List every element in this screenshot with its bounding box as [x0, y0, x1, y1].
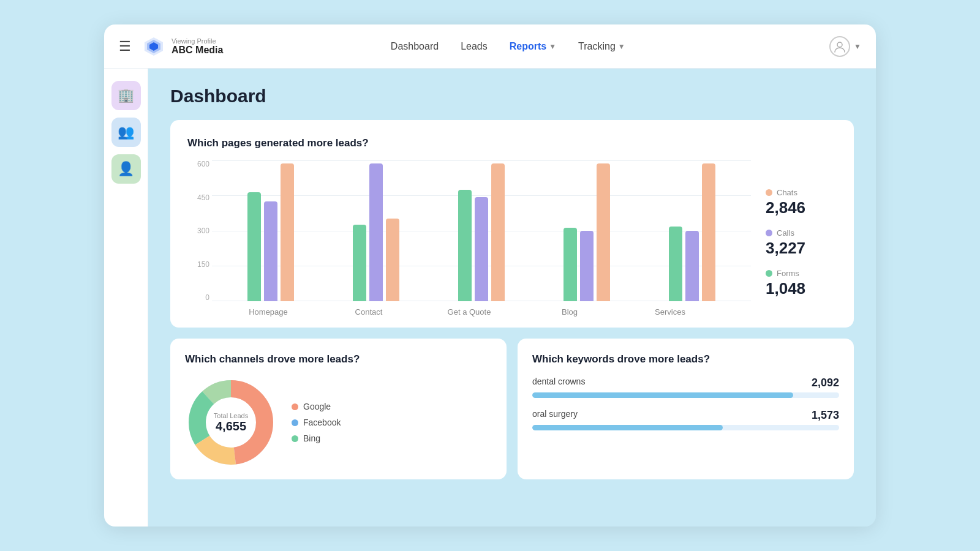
bar-quote-peach	[491, 163, 505, 301]
nav-dashboard[interactable]: Dashboard	[391, 41, 439, 52]
sidebar-item-group[interactable]: 👥	[111, 118, 141, 147]
main-layout: 🏢 👥 👤 Dashboard Which pages generated mo…	[104, 69, 876, 527]
donut-section: Total Leads 4,655 Google Faceboo	[185, 377, 492, 468]
bar-quote-purple	[475, 197, 488, 301]
donut-legend: Google Facebook Bing	[292, 402, 341, 443]
donut-legend-facebook: Facebook	[292, 418, 341, 427]
donut-center: Total Leads 4,655	[214, 412, 248, 433]
y-label-450: 450	[197, 194, 209, 201]
bar-blog-green	[564, 228, 577, 301]
chart-main: 600 450 300 150 0	[187, 160, 751, 317]
donut-total-value: 4,655	[214, 419, 248, 433]
bar-chart-title: Which pages generated more leads?	[187, 137, 837, 149]
user-menu[interactable]: ▼	[829, 36, 861, 57]
label-google: Google	[303, 402, 331, 411]
user-icon: 👤	[118, 161, 134, 177]
dot-facebook	[292, 419, 298, 426]
legend-label-forms: Forms	[777, 269, 799, 278]
legend-chats: Chats 2,846	[766, 188, 837, 217]
x-label-blog: Blog	[519, 307, 620, 317]
bottom-row: Which channels drove more leads?	[170, 339, 854, 479]
nav-leads[interactable]: Leads	[461, 41, 488, 52]
x-labels: Homepage Contact Get a Quote Blog Servic…	[187, 307, 751, 317]
chart-legend: Chats 2,846 Calls 3,227	[751, 188, 837, 317]
keyword-bar-bg-oral	[532, 425, 839, 430]
navbar: ☰ Viewing Profile ABC Media Dashboard Le…	[104, 24, 876, 69]
bar-group-services	[639, 163, 745, 301]
keyword-row-oral: oral surgery 1,573	[532, 409, 839, 430]
chart-area: 600 450 300 150 0	[187, 160, 837, 317]
group-icon: 👥	[118, 124, 134, 140]
bar-services-peach	[702, 163, 715, 301]
x-label-homepage: Homepage	[218, 307, 318, 317]
bar-blog-peach	[597, 163, 610, 301]
chart-grid: 600 450 300 150 0	[187, 160, 751, 301]
svg-point-3	[837, 42, 842, 47]
y-labels: 600 450 300 150 0	[187, 160, 209, 301]
keyword-count-oral: 1,573	[812, 409, 839, 422]
donut-legend-google: Google	[292, 402, 341, 411]
app-window: ☰ Viewing Profile ABC Media Dashboard Le…	[104, 24, 876, 527]
keywords-card: Which keywords drove more leads? dental …	[518, 339, 854, 479]
viewing-label: Viewing Profile	[172, 37, 223, 45]
brand-logo-icon	[142, 35, 165, 58]
legend-value-forms: 1,048	[766, 279, 837, 298]
keyword-row-dental: dental crowns 2,092	[532, 377, 839, 398]
sidebar-item-user[interactable]: 👤	[111, 154, 141, 184]
reports-chevron-icon: ▼	[549, 42, 556, 51]
nav-reports[interactable]: Reports ▼	[510, 41, 556, 52]
sidebar-item-building[interactable]: 🏢	[111, 81, 141, 110]
channels-title: Which channels drove more leads?	[185, 353, 492, 365]
dot-bing	[292, 435, 298, 442]
x-label-services: Services	[620, 307, 720, 317]
content-area: Dashboard Which pages generated more lea…	[148, 69, 876, 527]
page-title: Dashboard	[170, 86, 854, 107]
bar-services-green	[669, 227, 682, 301]
main-nav: Dashboard Leads Reports ▼ Tracking ▼	[391, 41, 662, 52]
bar-homepage-purple	[264, 201, 277, 301]
bar-blog-purple	[580, 231, 594, 301]
y-label-150: 150	[197, 261, 209, 268]
y-label-0: 0	[205, 294, 209, 301]
donut-total-label: Total Leads	[214, 412, 248, 419]
legend-dot-chats	[766, 189, 772, 196]
x-label-contact: Contact	[318, 307, 419, 317]
bar-contact-green	[353, 225, 366, 301]
legend-calls: Calls 3,227	[766, 228, 837, 258]
donut-wrapper: Total Leads 4,655	[185, 377, 277, 468]
keyword-bar-fill-oral	[532, 425, 723, 430]
building-icon: 🏢	[118, 88, 134, 103]
bar-homepage-peach	[281, 163, 294, 301]
channels-card: Which channels drove more leads?	[170, 339, 507, 479]
brand-name: ABC Media	[172, 45, 223, 56]
nav-tracking[interactable]: Tracking ▼	[578, 41, 625, 52]
hamburger-icon[interactable]: ☰	[119, 39, 131, 54]
legend-dot-forms	[766, 270, 772, 277]
bar-group-quote	[429, 163, 534, 301]
donut-legend-bing: Bing	[292, 433, 341, 443]
legend-value-calls: 3,227	[766, 239, 837, 258]
brand-text: Viewing Profile ABC Media	[172, 37, 223, 56]
keyword-label-dental: dental crowns	[532, 377, 585, 389]
bar-homepage-green	[247, 192, 261, 301]
label-facebook: Facebook	[303, 418, 341, 427]
legend-value-chats: 2,846	[766, 198, 837, 217]
bar-group-blog	[534, 163, 639, 301]
bar-chart-card: Which pages generated more leads? 600 45…	[170, 120, 854, 328]
keyword-label-oral: oral surgery	[532, 409, 578, 422]
y-label-600: 600	[197, 160, 209, 168]
brand-area: Viewing Profile ABC Media	[142, 35, 223, 58]
bar-services-purple	[685, 231, 699, 301]
bars-container	[212, 160, 751, 301]
legend-forms: Forms 1,048	[766, 269, 837, 298]
x-label-quote: Get a Quote	[419, 307, 519, 317]
keywords-title: Which keywords drove more leads?	[532, 353, 839, 365]
label-bing: Bing	[303, 433, 320, 443]
keyword-header-dental: dental crowns 2,092	[532, 377, 839, 389]
bar-group-contact	[323, 163, 429, 301]
bar-contact-peach	[386, 219, 399, 301]
keyword-bar-fill-dental	[532, 392, 793, 398]
keyword-bar-bg-dental	[532, 392, 839, 398]
dot-google	[292, 403, 298, 410]
bar-group-homepage	[218, 163, 323, 301]
